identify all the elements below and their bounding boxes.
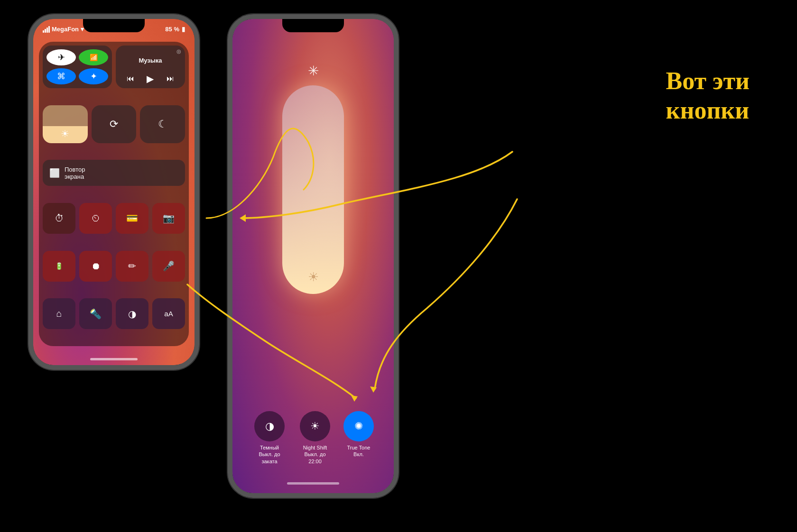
fast-forward-icon[interactable]: ⏭ [167,74,174,83]
home-bar-1 [90,358,138,360]
annotation-line2: кнопки [666,96,750,125]
dark-mode-button[interactable]: ◑ [116,298,148,329]
cc-row2: ☀ ⟳ ☾ [43,105,185,143]
sun-icon-large: ✳ [308,62,319,79]
screen-mirroring-label: Повтор экрана [65,166,85,180]
brightness-slider-big[interactable]: ☀ [282,85,344,294]
home-bar-2 [287,482,339,485]
stopwatch-button[interactable]: ⏲ [79,203,112,234]
play-icon[interactable]: ▶ [147,73,154,84]
airplay-icon: ◎ [176,48,181,55]
night-shift-label: Night ShiftВыкл. до 22:00 [298,444,332,465]
status-right: 85 % ▮ [165,26,185,33]
true-tone-label: True ToneВкл. [347,444,371,458]
screen-mirroring-button[interactable]: ⬜ Повтор экрана [43,160,185,186]
voice-memos-button[interactable]: 🎤 [152,251,185,282]
screen-record-button[interactable]: ⏺ [79,251,112,282]
phone-2-background: ✳ ☀ ◑ ТемныйВыкл. до заката ☀ Night Shif… [232,19,394,493]
timer-button[interactable]: ⏱ [43,203,75,234]
rewind-icon[interactable]: ⏮ [127,74,134,83]
carrier-label: MegaFon [52,26,79,33]
phone-1-background: MegaFon ▾ 85 % ▮ ✈ 📶 ⌘ ✦ ◎ Музыка [33,19,195,365]
annotation-line1: Вот эти [666,66,750,96]
brightness-icon: ☀ [61,128,69,139]
cc-row3: ⬜ Повтор экрана [43,160,185,186]
phone-1: MegaFon ▾ 85 % ▮ ✈ 📶 ⌘ ✦ ◎ Музыка [28,14,199,370]
home-button[interactable]: ⌂ [43,298,75,329]
text-size-button[interactable]: aA [152,298,185,329]
dark-mode-btn[interactable]: ◑ [254,411,285,441]
music-title: Музыка [120,57,180,64]
flashlight-button[interactable]: 🔦 [79,298,112,329]
annotation-text: Вот эти кнопки [666,66,750,126]
orientation-lock-button[interactable]: ⟳ [92,105,137,143]
control-center-panel: ✈ 📶 ⌘ ✦ ◎ Музыка ⏮ ▶ ⏭ [39,42,189,346]
wifi-call-button[interactable]: 📶 [79,49,108,65]
true-tone-btn[interactable]: ✺ [343,411,374,441]
cc-connectivity: ✈ 📶 ⌘ ✦ [43,46,112,88]
phone2-bottom-controls: ◑ ТемныйВыкл. до заката ☀ Night ShiftВык… [232,411,394,465]
dark-mode-wrap: ◑ ТемныйВыкл. до заката [252,411,287,465]
bluetooth-button[interactable]: ✦ [79,68,108,84]
phone-1-notch [83,19,145,32]
cc-row4: ⏱ ⏲ 💳 📷 [43,203,185,234]
true-tone-wrap: ✺ True ToneВкл. [343,411,374,465]
battery-status-button[interactable]: 🔋 [43,251,75,282]
markup-button[interactable]: ✏ [116,251,148,282]
brightness-slider[interactable]: ☀ [43,105,88,143]
cc-row1: ✈ 📶 ⌘ ✦ ◎ Музыка ⏮ ▶ ⏭ [43,46,185,88]
cc-music[interactable]: ◎ Музыка ⏮ ▶ ⏭ [116,46,185,88]
phone-2: ✳ ☀ ◑ ТемныйВыкл. до заката ☀ Night Shif… [228,14,398,498]
do-not-disturb-button[interactable]: ☾ [140,105,185,143]
camera-button[interactable]: 📷 [152,203,185,234]
cc-row5: 🔋 ⏺ ✏ 🎤 [43,251,185,282]
cc-row6: ⌂ 🔦 ◑ aA [43,298,185,329]
signal-bars [43,26,50,33]
screen-mirroring-icon: ⬜ [49,168,60,178]
battery-icon: ▮ [182,26,185,33]
airplane-mode-button[interactable]: ✈ [46,49,76,65]
night-shift-wrap: ☀ Night ShiftВыкл. до 22:00 [298,411,332,465]
brightness-sun-icon: ☀ [308,270,319,284]
phone-2-notch [282,19,344,32]
music-controls: ⏮ ▶ ⏭ [120,73,180,84]
wallet-button[interactable]: 💳 [116,203,148,234]
status-left: MegaFon ▾ [43,26,84,33]
dark-mode-label: ТемныйВыкл. до заката [252,444,287,465]
battery-percent: 85 % [165,26,179,33]
night-shift-btn[interactable]: ☀ [300,411,330,441]
wifi-button[interactable]: ⌘ [46,68,76,84]
